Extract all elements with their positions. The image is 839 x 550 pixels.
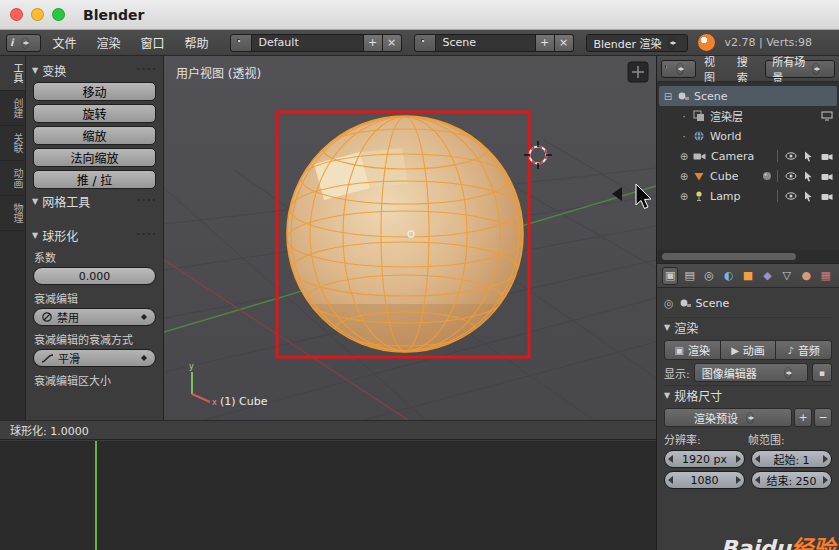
dimensions-panel-header[interactable]: ▼ 规格尺寸 (664, 385, 832, 405)
tab-scene-icon[interactable]: ◎ (701, 267, 717, 285)
render-presets-dropdown[interactable]: 渲染预设 (664, 408, 792, 427)
eye-toggle-icon[interactable] (783, 171, 798, 181)
outliner-scope-dropdown[interactable]: 所有场景 (765, 60, 835, 78)
decrement-arrow-icon[interactable] (752, 472, 763, 488)
current-frame-playhead[interactable] (95, 441, 97, 550)
outliner-row-renderlayers[interactable]: · 渲染层 (659, 106, 837, 126)
render-engine-dropdown[interactable]: Blender 渲染 (586, 34, 688, 52)
push-pull-button[interactable]: 推 / 拉 (33, 170, 156, 189)
tab-material-icon[interactable]: ● (798, 267, 814, 285)
outliner-row-lamp[interactable]: ⊕ Lamp (659, 186, 837, 206)
eye-toggle-icon[interactable] (783, 151, 798, 161)
audio-button[interactable]: ♪ 音频 (776, 340, 832, 360)
select-toggle-icon[interactable] (801, 151, 816, 162)
lock-interface-button[interactable]: ▪ (812, 363, 832, 382)
increment-arrow-icon[interactable] (733, 472, 744, 488)
tab-data-icon[interactable]: ▽ (779, 267, 795, 285)
decrement-arrow-icon[interactable] (665, 472, 676, 488)
falloff-dropdown[interactable]: 平滑 (33, 349, 156, 367)
add-screen-layout-button[interactable]: + (364, 34, 383, 52)
toolshelf-tab-animation[interactable]: 动画 (0, 161, 25, 196)
resolution-y-field[interactable]: 1080 (664, 471, 745, 489)
to-sphere-panel-header[interactable]: ▼ 球形化 ···· (32, 226, 157, 244)
collapse-toggle-icon[interactable]: ⊟ (662, 91, 674, 102)
increment-arrow-icon[interactable] (733, 451, 744, 467)
outliner-editor-type-button[interactable] (661, 60, 696, 78)
menu-window[interactable]: 窗口 (131, 34, 173, 51)
tab-object-icon[interactable]: ■ (740, 267, 756, 285)
outliner-row-world[interactable]: · World (659, 126, 837, 146)
decrement-arrow-icon[interactable] (752, 451, 763, 467)
resolution-x-field[interactable]: 1920 px (664, 450, 745, 468)
outliner-view-menu[interactable]: 视图 (698, 56, 729, 85)
menu-help[interactable]: 帮助 (175, 34, 217, 51)
expand-toggle-icon[interactable]: ⊕ (678, 151, 690, 162)
tab-render-icon[interactable]: ▣ (662, 267, 678, 285)
tab-world-icon[interactable]: ◐ (720, 267, 736, 285)
dropdown-arrows-icon (746, 412, 754, 424)
frame-end-field[interactable]: 结束: 250 (751, 471, 832, 489)
camera-render-toggle-icon[interactable] (819, 152, 834, 161)
scene-browse-button[interactable] (414, 34, 436, 52)
pin-icon[interactable]: ◎ (664, 297, 674, 310)
rotate-button[interactable]: 旋转 (33, 104, 156, 123)
render-toggle-icon[interactable] (819, 111, 834, 121)
tab-texture-icon[interactable]: ▦ (818, 267, 834, 285)
toolshelf-tab-create[interactable]: 创建 (0, 91, 25, 126)
outliner-scrollbar[interactable] (657, 250, 839, 264)
zoom-window-button[interactable] (52, 8, 65, 21)
add-preset-button[interactable]: + (794, 408, 812, 427)
screen-layout-field[interactable]: Default (252, 34, 364, 52)
increment-arrow-icon[interactable] (820, 451, 831, 467)
operator-redo-bar[interactable]: 球形化: 1.0000 (0, 420, 656, 440)
scale-button[interactable]: 缩放 (33, 126, 156, 145)
material-dot-icon (762, 171, 772, 181)
close-window-button[interactable] (10, 8, 23, 21)
outliner-row-scene[interactable]: ⊟ Scene (659, 86, 837, 106)
remove-preset-button[interactable]: − (814, 408, 832, 427)
translate-button[interactable]: 移动 (33, 82, 156, 101)
toolshelf-tab-relations[interactable]: 关联 (0, 126, 25, 161)
render-button[interactable]: ▣ 渲染 (664, 340, 721, 360)
expand-toggle-icon[interactable]: ⊕ (678, 191, 690, 202)
menu-file[interactable]: 文件 (43, 34, 85, 51)
shrink-fatten-button[interactable]: 法向缩放 (33, 148, 156, 167)
select-toggle-icon[interactable] (801, 171, 816, 182)
select-toggle-icon[interactable] (801, 191, 816, 202)
decrement-arrow-icon[interactable] (665, 451, 676, 467)
camera-render-toggle-icon[interactable] (819, 192, 834, 201)
minimize-window-button[interactable] (31, 8, 44, 21)
redo-bar-label: 球形化: 1.0000 (10, 422, 89, 438)
transform-panel-header[interactable]: ▼ 变换 ···· (32, 61, 157, 79)
timeline[interactable] (0, 441, 656, 550)
delete-screen-layout-button[interactable]: × (383, 34, 402, 52)
increment-arrow-icon[interactable] (820, 472, 831, 488)
mesh-tools-panel-header[interactable]: ▼ 网格工具 ···· (32, 192, 157, 210)
menu-render[interactable]: 渲染 (87, 34, 129, 51)
outliner-row-cube[interactable]: ⊕ Cube (659, 166, 837, 186)
factor-slider[interactable]: 0.000 (33, 267, 156, 285)
proportional-edit-dropdown[interactable]: 禁用 (33, 308, 156, 326)
frame-start-field[interactable]: 起始: 1 (751, 450, 832, 468)
transform-panel: ▼ 变换 ···· 移动 旋转 缩放 法向缩放 推 / 拉 (32, 61, 157, 189)
render-panel-header[interactable]: ▼ 渲染 (664, 317, 832, 337)
scene-name-field[interactable]: Scene (436, 34, 536, 52)
toolshelf-tab-tools[interactable]: 工具 (0, 56, 25, 91)
screen-layout-browse-button[interactable] (230, 34, 252, 52)
tab-modifiers-icon[interactable]: ◆ (759, 267, 775, 285)
toolshelf-tab-physics[interactable]: 物理 (0, 196, 25, 231)
display-mode-dropdown[interactable]: 图像编辑器 (694, 363, 808, 382)
outliner-search-menu[interactable]: 搜索 (731, 56, 762, 85)
expand-toggle-icon[interactable]: ⊕ (678, 171, 690, 182)
tab-render-layers-icon[interactable]: ▤ (681, 267, 697, 285)
delete-scene-button[interactable]: × (555, 34, 574, 52)
animation-button[interactable]: ▶ 动画 (721, 340, 777, 360)
add-scene-button[interactable]: + (536, 34, 555, 52)
camera-render-toggle-icon[interactable] (819, 172, 834, 181)
svg-text:x: x (212, 398, 217, 406)
scrollbar-thumb[interactable] (662, 253, 796, 260)
eye-toggle-icon[interactable] (783, 191, 798, 201)
editor-type-button[interactable]: i (6, 34, 41, 52)
viewport-3d[interactable]: 用户视图 (透视) (1) Cube y x (164, 56, 656, 420)
outliner-row-camera[interactable]: ⊕ Camera (659, 146, 837, 166)
